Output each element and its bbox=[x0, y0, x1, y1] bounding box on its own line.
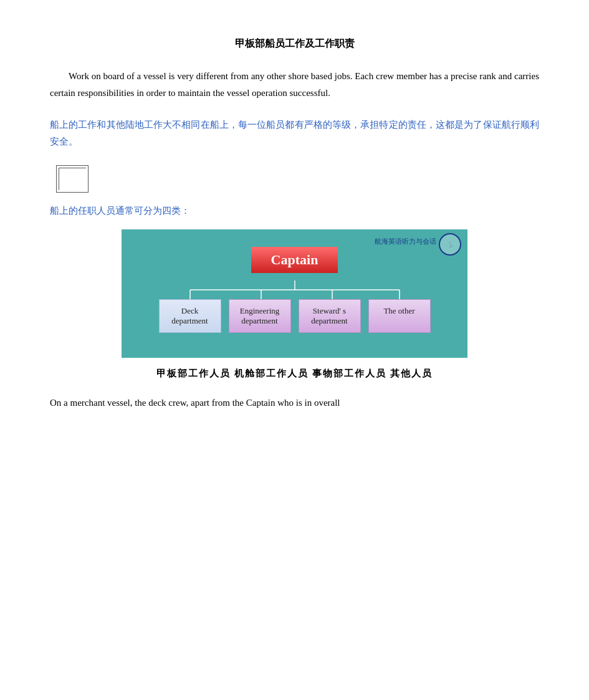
section-link-text: 船上的任职人员通常可分为四类： bbox=[50, 205, 539, 217]
dept-steward-line2: department bbox=[311, 316, 347, 325]
english-intro-paragraph: Work on board of a vessel is very differ… bbox=[50, 68, 539, 102]
departments-row: Deck department Engineering department S… bbox=[134, 299, 455, 333]
chinese-intro-paragraph: 船上的工作和其他陆地工作大不相同在船上，每一位船员都有严格的等级，承担特定的责任… bbox=[50, 117, 539, 150]
org-chart: 航海英语听力与会话 ⚓ Captain Deck bbox=[122, 229, 467, 358]
dept-engineering: Engineering department bbox=[229, 299, 291, 333]
dept-deck: Deck department bbox=[159, 299, 221, 333]
dept-engineering-line2: department bbox=[241, 316, 277, 325]
org-logo: ⚓ bbox=[439, 233, 461, 256]
dept-steward: Steward' s department bbox=[299, 299, 361, 333]
dept-deck-line2: department bbox=[171, 316, 208, 325]
captain-label: Captain bbox=[251, 247, 338, 273]
org-watermark: 航海英语听力与会话 bbox=[375, 237, 436, 246]
org-chart-caption: 甲板部工作人员 机舱部工作人员 事物部工作人员 其他人员 bbox=[50, 368, 539, 380]
dept-deck-line1: Deck bbox=[181, 306, 198, 315]
final-paragraph: On a merchant vessel, the deck crew, apa… bbox=[50, 395, 539, 411]
image-placeholder bbox=[56, 165, 89, 193]
connector-lines bbox=[134, 280, 455, 299]
dept-steward-line1: Steward' s bbox=[313, 306, 346, 315]
org-chart-wrapper: 航海英语听力与会话 ⚓ Captain Deck bbox=[50, 229, 539, 358]
captain-box: Captain bbox=[134, 247, 455, 273]
dept-other: The other bbox=[368, 299, 431, 333]
dept-other-line1: The other bbox=[383, 306, 414, 315]
page-title: 甲板部船员工作及工作职责 bbox=[50, 37, 539, 50]
dept-engineering-line1: Engineering bbox=[240, 306, 280, 315]
